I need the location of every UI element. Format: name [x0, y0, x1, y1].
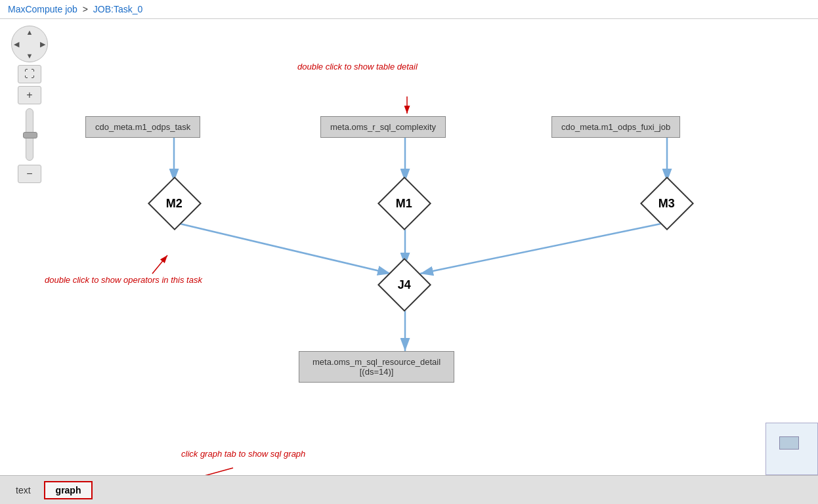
- tab-graph[interactable]: graph: [44, 481, 93, 499]
- main-canvas: ▲ ▼ ◀ ▶ ⛶ + −: [0, 19, 818, 475]
- table-node-2[interactable]: meta.oms_r_sql_complexity: [320, 116, 446, 138]
- graph-canvas[interactable]: double click to show table detail double…: [0, 19, 818, 475]
- nav-compass[interactable]: ▲ ▼ ◀ ▶: [11, 26, 48, 62]
- table-node-4-label1: meta.oms_m_sql_resource_detail: [312, 357, 441, 367]
- breadcrumb-part1[interactable]: MaxCompute job: [8, 4, 77, 14]
- breadcrumb-separator: >: [80, 4, 91, 14]
- annotation-arrow-2: [152, 255, 167, 274]
- arrow-m3-j4: [420, 222, 667, 274]
- annotation-arrow-3: [128, 468, 233, 475]
- map-controls: ▲ ▼ ◀ ▶ ⛶ + −: [7, 26, 53, 183]
- pan-left-icon[interactable]: ◀: [14, 40, 19, 49]
- arrow-m2-j4: [175, 222, 391, 274]
- pan-right-icon[interactable]: ▶: [40, 40, 45, 49]
- task-node-m2[interactable]: M2: [156, 184, 194, 222]
- annotation-graph-tab: click graph tab to show sql graph: [181, 449, 305, 459]
- task-node-m2-label: M2: [166, 196, 183, 210]
- table-node-2-label: meta.oms_r_sql_complexity: [330, 122, 436, 132]
- zoom-in-button[interactable]: +: [18, 86, 41, 104]
- table-node-3[interactable]: cdo_meta.m1_odps_fuxi_job: [551, 116, 680, 138]
- expand-button[interactable]: ⛶: [18, 65, 41, 83]
- table-node-4[interactable]: meta.oms_m_sql_resource_detail [(ds=14)]: [299, 351, 454, 383]
- zoom-track[interactable]: [26, 108, 33, 161]
- zoom-thumb[interactable]: [23, 132, 37, 138]
- pan-up-icon[interactable]: ▲: [26, 28, 33, 36]
- breadcrumb: MaxCompute job > JOB:Task_0: [0, 0, 818, 19]
- table-node-1-label: cdo_meta.m1_odps_task: [95, 122, 190, 132]
- annotation-operators: double click to show operators in this t…: [45, 275, 202, 285]
- task-node-m1[interactable]: M1: [385, 184, 423, 222]
- annotation-table-detail: double click to show table detail: [297, 62, 418, 72]
- task-node-m1-label: M1: [396, 196, 412, 210]
- zoom-out-button[interactable]: −: [18, 165, 41, 183]
- task-node-m3-label: M3: [658, 196, 675, 210]
- tab-text[interactable]: text: [5, 482, 41, 498]
- task-node-j4[interactable]: J4: [385, 266, 423, 304]
- task-node-j4-label: J4: [398, 278, 411, 292]
- table-node-3-label: cdo_meta.m1_odps_fuxi_job: [561, 122, 670, 132]
- arrows-svg: [0, 19, 818, 475]
- table-node-4-label2: [(ds=14)]: [312, 367, 441, 377]
- bottom-tabs: text graph: [0, 475, 818, 504]
- task-node-m3[interactable]: M3: [648, 184, 686, 222]
- minimap[interactable]: [765, 423, 818, 475]
- breadcrumb-part2[interactable]: JOB:Task_0: [93, 4, 142, 14]
- minimap-viewport: [779, 436, 799, 450]
- pan-down-icon[interactable]: ▼: [26, 52, 33, 60]
- table-node-1[interactable]: cdo_meta.m1_odps_task: [85, 116, 200, 138]
